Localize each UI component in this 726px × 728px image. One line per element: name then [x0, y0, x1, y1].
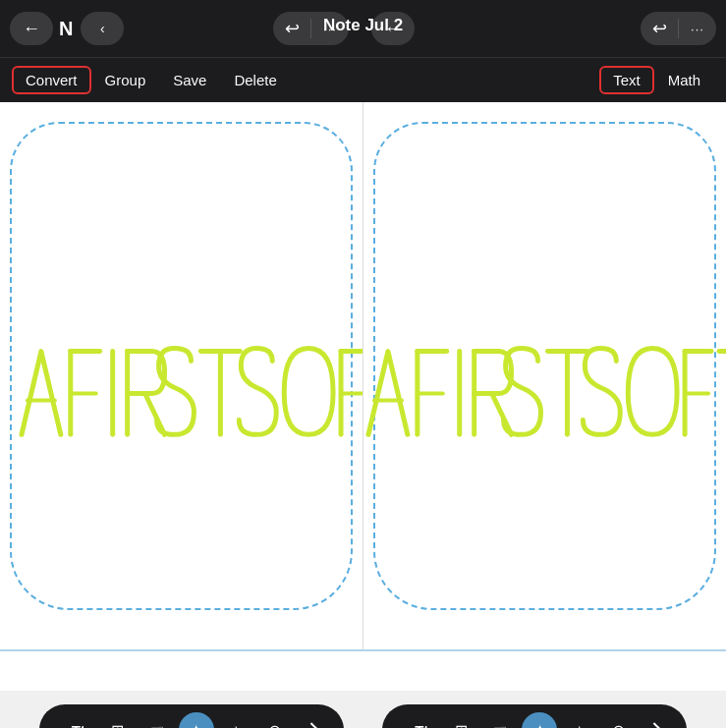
more-icon-right: ··· — [691, 22, 704, 36]
tt-icon-right: Tt — [415, 722, 428, 729]
undo-icon-left: ↩ — [285, 18, 300, 39]
delete-button[interactable]: Delete — [220, 66, 290, 94]
tt-button-right[interactable]: Tt — [404, 712, 439, 728]
image-icon-left: ⊞ — [111, 721, 124, 729]
right-canvas-panel — [363, 102, 726, 649]
image-icon-right: ⊞ — [455, 721, 468, 729]
toolbar-right: Text Math — [599, 66, 714, 94]
group-button[interactable]: Group — [91, 66, 160, 94]
pen-button-right[interactable]: ✦ — [522, 712, 557, 728]
right-bottom-toolbar: Tt ⊞ ☜ ✦ ♪ ⊘ — [382, 704, 687, 728]
text-button[interactable]: Text — [599, 66, 654, 94]
back-button[interactable]: ← — [10, 12, 53, 45]
left-canvas-panel — [0, 102, 363, 649]
top-bar: ← N ‹ ↩ ··· ← Note Jul 2 ↩ ··· — [0, 0, 726, 57]
hand-button-left[interactable]: ☜ — [140, 712, 175, 728]
bottom-spacer — [0, 651, 726, 691]
hand-icon-right: ☜ — [493, 721, 507, 729]
right-handwriting — [363, 102, 726, 649]
undo-button-left[interactable]: ↩ — [273, 12, 310, 45]
pen-icon-left: ✦ — [190, 721, 202, 729]
collapse-button[interactable]: ‹ — [81, 12, 124, 45]
undo-button-right[interactable]: ↩ — [641, 12, 678, 45]
pen-button-left[interactable]: ✦ — [179, 712, 214, 728]
hand-button-right[interactable]: ☜ — [482, 712, 518, 728]
more-button-right[interactable]: ··· — [679, 12, 716, 45]
n-label: N — [59, 18, 73, 40]
save-button[interactable]: Save — [159, 66, 220, 94]
right-nav-group: ↩ ··· — [641, 12, 716, 45]
left-bottom-toolbar: Tt ⊞ ☜ ✦ ♪ ⊘ — [39, 704, 344, 728]
chevron-icon-right — [644, 722, 660, 728]
bottom-area: Tt ⊞ ☜ ✦ ♪ ⊘ Tt ⊞ ☜ ✦ — [0, 691, 726, 728]
main-content — [0, 102, 726, 649]
chevron-button-left[interactable] — [297, 712, 322, 728]
eraser-icon-right: ⊘ — [612, 721, 625, 729]
eraser-button-right[interactable]: ⊘ — [600, 712, 636, 728]
mic-icon-right: ♪ — [575, 721, 583, 728]
chevron-icon-left — [302, 722, 317, 728]
chevron-button-right[interactable] — [640, 712, 665, 728]
math-button[interactable]: Math — [654, 66, 714, 94]
tt-button-left[interactable]: Tt — [61, 712, 96, 728]
tt-icon-left: Tt — [72, 722, 85, 729]
mic-button-left[interactable]: ♪ — [218, 712, 253, 728]
toolbar: Convert Group Save Delete Text Math — [0, 57, 726, 102]
pen-icon-right: ✦ — [533, 721, 546, 729]
image-button-right[interactable]: ⊞ — [443, 712, 478, 728]
left-handwriting — [0, 102, 363, 649]
mic-icon-left: ♪ — [232, 721, 240, 728]
eraser-button-left[interactable]: ⊘ — [257, 712, 293, 728]
mic-button-right[interactable]: ♪ — [561, 712, 596, 728]
eraser-icon-left: ⊘ — [268, 721, 281, 729]
back-icon: ← — [23, 19, 40, 39]
note-title: Note Jul 2 — [323, 16, 403, 35]
image-button-left[interactable]: ⊞ — [100, 712, 136, 728]
convert-button[interactable]: Convert — [12, 66, 91, 94]
hand-icon-left: ☜ — [150, 721, 164, 729]
undo-icon-right: ↩ — [652, 18, 667, 39]
